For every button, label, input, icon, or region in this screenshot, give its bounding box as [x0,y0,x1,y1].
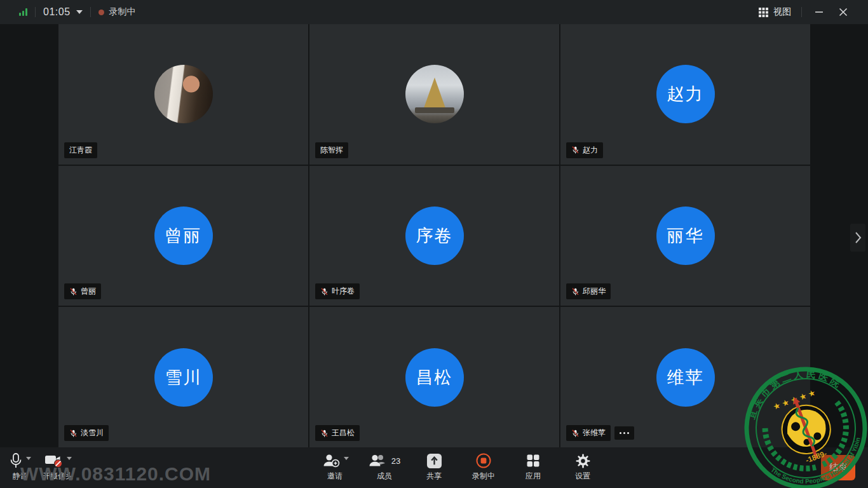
close-icon [839,8,848,17]
mic-off-icon [320,287,329,296]
participant-name-label: 赵力 [566,142,603,158]
microphone-icon [9,452,23,469]
participant-name: 王昌松 [332,428,355,438]
participant-avatar-initials: 赵力 [656,65,715,123]
close-button[interactable] [836,5,850,19]
share-screen-button[interactable]: 共享 [409,447,459,488]
members-icon [369,452,386,469]
participant-tile[interactable]: 赵力赵力 [560,24,810,165]
mic-off-icon [320,429,329,438]
invite-button[interactable]: 邀请 [310,447,360,488]
mic-off-icon [69,287,78,296]
mic-off-icon [571,429,580,438]
divider [801,7,802,17]
camera-label: 开摄像头 [43,471,73,482]
participant-tile[interactable]: 曾丽曾丽 [58,166,308,306]
recording-status: 录制中 [98,6,136,18]
minimize-button[interactable] [812,5,826,19]
participant-avatar-photo [405,65,464,123]
gear-icon [575,453,591,469]
grid-view-icon [759,8,768,17]
mic-options-caret-icon[interactable] [26,457,31,460]
participant-name-label: 淡雪川 [64,425,109,441]
view-layout-button[interactable]: 视图 [759,6,791,18]
apps-grid-icon [526,453,541,468]
settings-label: 设置 [575,471,590,482]
invite-options-caret-icon[interactable] [344,457,349,460]
recording-label: 录制中 [472,471,495,482]
participant-name: 邱丽华 [583,286,606,297]
recording-dot-icon [98,10,104,15]
view-label: 视图 [773,6,791,18]
participant-name-label: 曾丽 [64,283,101,299]
camera-button[interactable]: 开摄像头 [43,447,73,488]
recording-status-label: 录制中 [109,6,136,18]
recording-button[interactable]: 录制中 [459,447,508,488]
participant-tile[interactable]: 江青霞 [58,24,308,165]
minimize-icon [815,8,824,17]
share-screen-icon [426,453,442,469]
participant-avatar-initials: 雪川 [154,348,213,407]
participant-tile[interactable]: 序卷叶序卷 [309,166,559,306]
mute-label: 静音 [13,471,28,482]
mute-button[interactable]: 静音 [9,447,31,488]
participant-tile[interactable]: 丽华邱丽华 [560,166,810,306]
camera-off-icon [44,452,64,469]
participant-name: 江青霞 [69,145,92,156]
bottom-toolbar: 静音 开摄像头 [0,447,868,488]
participant-name-label: 江青霞 [64,142,97,158]
divider [35,7,36,17]
participant-tile[interactable]: 陈智挥 [309,24,559,165]
invite-label: 邀请 [327,471,342,482]
chevron-down-icon [76,10,83,14]
invite-person-icon [322,452,341,469]
divider [90,7,91,17]
camera-options-caret-icon[interactable] [67,457,72,460]
participant-tile[interactable]: 维苹张维苹 [560,307,810,447]
participant-avatar-initials: 丽华 [656,207,715,265]
participant-name-label: 陈智挥 [315,142,348,158]
chevron-right-icon [855,231,862,244]
participant-name-label: 张维苹 [566,425,611,441]
share-label: 共享 [426,471,442,482]
members-count: 23 [391,456,400,466]
mic-off-icon [571,287,580,296]
participant-tile[interactable]: 昌松王昌松 [309,307,559,447]
settings-button[interactable]: 设置 [558,447,607,488]
participant-name: 曾丽 [81,286,96,297]
members-button[interactable]: 23 成员 [360,447,409,488]
apps-label: 应用 [526,471,541,482]
participant-name: 陈智挥 [320,145,343,156]
recording-active-icon [475,452,492,469]
end-meeting-button[interactable]: 结束 [821,455,855,480]
participant-avatar-initials: 序卷 [405,207,464,265]
participant-tile[interactable]: 雪川淡雪川 [58,307,308,447]
participant-avatar-initials: 昌松 [405,348,464,407]
participant-grid: 江青霞陈智挥赵力赵力曾丽曾丽序卷叶序卷丽华邱丽华雪川淡雪川昌松王昌松维苹张维苹 [58,24,810,447]
mic-off-icon [69,429,78,438]
participant-name: 张维苹 [583,428,606,438]
mic-off-icon [571,146,580,154]
apps-button[interactable]: 应用 [508,447,558,488]
meeting-time: 01:05 [43,6,71,18]
participant-name: 赵力 [583,145,598,156]
next-page-button[interactable] [850,224,865,252]
participant-name: 淡雪川 [81,428,104,438]
participant-avatar-initials: 曾丽 [154,207,213,265]
participant-name-label: 邱丽华 [566,283,611,299]
participant-avatar-photo [154,65,213,123]
more-options-button[interactable] [614,426,634,440]
participant-avatar-initials: 维苹 [656,348,715,407]
participant-name-label: 王昌松 [315,425,360,441]
participant-name-label: 叶序卷 [315,283,360,299]
top-bar: 01:05 录制中 视图 [0,0,868,24]
network-signal-icon[interactable] [19,8,27,16]
participant-name: 叶序卷 [332,286,355,297]
members-label: 成员 [377,471,392,482]
meeting-time-dropdown[interactable]: 01:05 [43,6,83,18]
